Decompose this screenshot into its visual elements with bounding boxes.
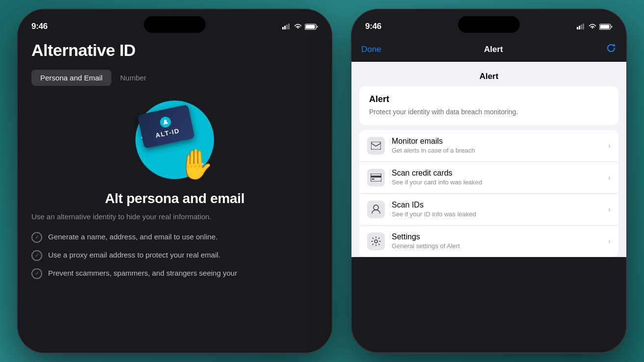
- phone-right: 9:46: [351, 9, 626, 353]
- credit-card-icon: [371, 174, 381, 181]
- nav-bar: Done Alert: [351, 36, 626, 62]
- feature-item-1: Generate a name, address, and email to u…: [31, 232, 318, 243]
- dynamic-island-left: [144, 16, 206, 33]
- menu-item-title-emails: Monitor emails: [392, 137, 608, 146]
- status-time-right: 9:46: [365, 22, 381, 31]
- alert-desc-text: Protect your identity with data breach m…: [369, 107, 609, 117]
- gear-icon-wrap: [367, 233, 385, 250]
- section-header: Alert: [351, 62, 626, 86]
- menu-text-emails: Monitor emails Get alerts in case of a b…: [392, 137, 608, 154]
- refresh-icon: [606, 43, 617, 53]
- alert-description-card: Alert Protect your identity with data br…: [359, 86, 618, 125]
- gear-icon: [371, 236, 381, 246]
- page-title: Alternative ID: [31, 41, 318, 60]
- tab-persona-email[interactable]: Persona and Email: [31, 70, 111, 86]
- menu-item-subtitle-cards: See if your card info was leaked: [392, 179, 608, 186]
- menu-text-ids: Scan IDs See if your ID info was leaked: [392, 201, 608, 218]
- menu-item-subtitle-ids: See if your ID info was leaked: [392, 210, 608, 218]
- battery-icon-right: [599, 24, 613, 30]
- menu-item-scan-cards[interactable]: Scan credit cards See if your card info …: [359, 162, 618, 194]
- status-icons-left: [282, 24, 318, 30]
- menu-item-subtitle-emails: Get alerts in case of a breach: [392, 147, 608, 154]
- refresh-button[interactable]: [606, 43, 617, 56]
- email-icon: [371, 142, 381, 150]
- tab-bar[interactable]: Persona and Email Number: [31, 70, 318, 86]
- card-icon-wrap: [367, 169, 385, 186]
- menu-item-title-settings: Settings: [392, 233, 608, 241]
- signal-icon-right: [577, 24, 586, 29]
- menu-item-title-ids: Scan IDs: [392, 201, 608, 209]
- chevron-icon-ids: ›: [608, 205, 611, 214]
- status-time-left: 9:46: [31, 22, 48, 31]
- svg-rect-10: [583, 24, 584, 29]
- done-button[interactable]: Done: [361, 45, 381, 54]
- menu-item-scan-ids[interactable]: Scan IDs See if your ID info was leaked …: [359, 194, 618, 226]
- chevron-icon-emails: ›: [608, 141, 611, 150]
- feature-item-3: Prevent scammers, spammers, and stranger…: [31, 268, 318, 279]
- phone-left: 9:46: [18, 9, 332, 353]
- svg-rect-16: [372, 179, 375, 180]
- check-icon-2: [31, 250, 42, 261]
- chevron-icon-settings: ›: [608, 237, 611, 246]
- hand-icon: 🤚: [177, 147, 214, 181]
- nav-title: Alert: [484, 45, 503, 54]
- svg-rect-5: [306, 25, 315, 28]
- right-screen-content: Alert Alert Protect your identity with d…: [351, 62, 626, 257]
- wifi-icon-right: [589, 24, 596, 29]
- svg-point-18: [375, 240, 377, 243]
- alert-desc-title: Alert: [369, 94, 609, 104]
- tab-number[interactable]: Number: [111, 70, 155, 86]
- hero-illustration: ✦ ✦ ✦ ALT-ID 🤚: [31, 101, 318, 179]
- hero-subtitle: Use an alternative identity to hide your…: [31, 211, 318, 222]
- chevron-icon-cards: ›: [608, 173, 611, 182]
- svg-rect-2: [286, 25, 288, 29]
- dynamic-island-right: [458, 16, 520, 33]
- person-icon: [372, 205, 380, 214]
- card-label: ALT-ID: [155, 127, 180, 139]
- svg-rect-7: [577, 27, 578, 29]
- svg-rect-9: [581, 25, 582, 29]
- battery-icon: [305, 24, 318, 30]
- svg-rect-3: [288, 24, 290, 29]
- phones-container: 9:46: [18, 9, 626, 353]
- menu-text-cards: Scan credit cards See if your card info …: [392, 169, 608, 186]
- wifi-icon: [294, 24, 302, 29]
- menu-item-title-cards: Scan credit cards: [392, 169, 608, 178]
- feature-item-2: Use a proxy email address to protect you…: [31, 250, 318, 261]
- svg-rect-8: [579, 26, 580, 30]
- svg-rect-1: [284, 26, 286, 30]
- svg-point-17: [374, 205, 378, 210]
- check-icon-3: [31, 268, 42, 279]
- check-icon-1: [31, 232, 42, 243]
- svg-rect-0: [282, 27, 284, 29]
- menu-item-settings[interactable]: Settings General settings of Alert ›: [359, 226, 618, 257]
- menu-item-monitor-emails[interactable]: Monitor emails Get alerts in case of a b…: [359, 130, 618, 162]
- email-icon-wrap: [367, 137, 385, 155]
- status-icons-right: [577, 24, 613, 30]
- signal-icon: [282, 24, 291, 29]
- svg-rect-15: [371, 176, 381, 178]
- svg-rect-12: [600, 25, 610, 28]
- svg-rect-13: [371, 142, 381, 150]
- menu-item-subtitle-settings: General settings of Alert: [392, 242, 608, 250]
- left-content: Alternative ID Persona and Email Number …: [18, 36, 332, 279]
- feature-list: Generate a name, address, and email to u…: [31, 232, 318, 279]
- person-icon-wrap: [367, 201, 385, 218]
- hero-title: Alt persona and email: [31, 191, 318, 207]
- menu-section: Monitor emails Get alerts in case of a b…: [359, 130, 618, 257]
- menu-text-settings: Settings General settings of Alert: [392, 233, 608, 250]
